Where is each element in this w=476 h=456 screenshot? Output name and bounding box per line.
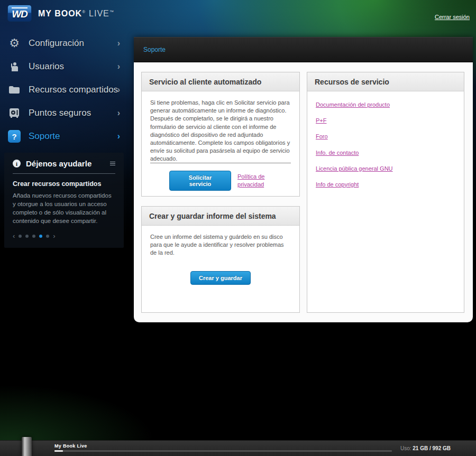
- list-item: Info de copyright: [316, 181, 455, 189]
- tab-soporte[interactable]: Soporte: [143, 46, 166, 53]
- list-item: Documentación del producto: [316, 101, 455, 109]
- help-panel: i Déjenos ayudarle Crear recursos compar…: [4, 153, 124, 248]
- carousel-dot[interactable]: [25, 235, 29, 238]
- privacy-policy-link[interactable]: Política de privacidad: [237, 173, 291, 189]
- user-icon: [7, 60, 21, 73]
- help-topic-body: Añada nuevos recursos compartidos y otor…: [13, 192, 115, 225]
- sidebar-item-puntos-seguros[interactable]: Puntos seguros ›: [0, 101, 134, 125]
- faq-link[interactable]: P+F: [316, 117, 326, 124]
- service-resources-panel: Recursos de servicio Documentación del p…: [307, 72, 464, 313]
- divider: [150, 163, 291, 163]
- chevron-right-icon: ›: [117, 108, 120, 118]
- main-content-card: Soporte Servicio al cliente automatizado…: [134, 37, 473, 322]
- sidebar-item-recursos-compartidos[interactable]: Recursos compartidos ›: [0, 78, 134, 101]
- help-icon: ?: [7, 129, 21, 143]
- sidebar-item-configuracion[interactable]: ⚙ Configuración ›: [0, 32, 134, 55]
- panel-title: Crear y guardar informe del sistema: [149, 212, 276, 220]
- usage-value: 21 GB / 992 GB: [413, 445, 451, 451]
- sidebar-nav: ⚙ Configuración › Usuarios › Recursos co…: [0, 32, 134, 148]
- create-and-save-button[interactable]: Crear y guardar: [190, 271, 251, 285]
- sidebar-item-soporte[interactable]: ? Soporte ›: [0, 125, 134, 148]
- sidebar-item-label: Puntos seguros: [29, 108, 91, 118]
- sidebar-item-label: Usuarios: [29, 61, 64, 72]
- auto-service-description: Si tiene problemas, haga clic en Solicit…: [150, 99, 291, 163]
- help-carousel: ‹ ›: [13, 232, 115, 239]
- device-name: My Book Live: [54, 443, 87, 449]
- usage-status: Uso: 21 GB / 992 GB: [400, 445, 451, 451]
- divider: [13, 173, 115, 174]
- gnu-license-link[interactable]: Licencia pública general GNU: [316, 165, 393, 172]
- registered-mark: ®: [82, 10, 86, 14]
- sidebar-item-label: Soporte: [29, 131, 60, 142]
- collapse-icon[interactable]: [110, 162, 115, 165]
- contact-info-link[interactable]: Info. de contacto: [316, 150, 359, 156]
- request-service-button[interactable]: Solicitar servicio: [169, 171, 231, 191]
- gear-icon: ⚙: [7, 36, 21, 50]
- drive-image: [22, 437, 32, 456]
- product-documentation-link[interactable]: Documentación del producto: [316, 101, 390, 108]
- carousel-dot[interactable]: [39, 235, 42, 238]
- panel-header: Crear y guardar informe del sistema: [142, 207, 299, 226]
- system-report-panel: Crear y guardar informe del sistema Cree…: [141, 206, 300, 313]
- panel-title: Servicio al cliente automatizado: [149, 78, 261, 86]
- product-name: MY BOOK: [38, 9, 82, 18]
- list-item: Licencia pública general GNU: [316, 165, 455, 173]
- carousel-dot[interactable]: [19, 235, 22, 238]
- list-item: P+F: [316, 117, 455, 125]
- copyright-info-link[interactable]: Info de copyright: [316, 181, 359, 188]
- top-bar: WD MY BOOK®LIVE™ Cerrar sesión: [0, 0, 476, 35]
- carousel-dot[interactable]: [32, 235, 35, 238]
- carousel-prev-icon[interactable]: ‹: [13, 232, 15, 239]
- chevron-right-icon: ›: [117, 39, 120, 48]
- list-item: Foro: [316, 133, 455, 141]
- forum-link[interactable]: Foro: [316, 133, 328, 139]
- capacity-bar-fill: [54, 450, 63, 452]
- panel-header: Recursos de servicio: [307, 72, 464, 91]
- safe-icon: [7, 106, 21, 120]
- auto-service-panel: Servicio al cliente automatizado Si tien…: [141, 72, 300, 197]
- folder-icon: [7, 83, 21, 97]
- sidebar-item-usuarios[interactable]: Usuarios ›: [0, 55, 134, 78]
- product-title: MY BOOK®LIVE™: [38, 9, 114, 18]
- usage-label: Uso:: [400, 445, 411, 451]
- help-topic-title: Crear recursos compartidos: [13, 180, 115, 188]
- system-report-description: Cree un informe del sistema y guárdelo e…: [150, 233, 291, 257]
- capacity-bar: [54, 450, 392, 452]
- product-line: LIVE: [89, 9, 109, 18]
- chevron-right-icon: ›: [117, 62, 120, 71]
- panel-title: Recursos de servicio: [315, 78, 389, 86]
- content-tab-bar: Soporte: [134, 37, 473, 62]
- sidebar-item-label: Recursos compartidos: [29, 85, 118, 95]
- chevron-right-icon: ›: [117, 85, 120, 95]
- sidebar-item-label: Configuración: [29, 38, 84, 49]
- info-icon: i: [13, 160, 21, 167]
- service-links-list: Documentación del producto P+F Foro Info…: [316, 99, 455, 197]
- chevron-right-icon: ›: [117, 132, 120, 141]
- panel-header: Servicio al cliente automatizado: [142, 72, 299, 91]
- carousel-dot[interactable]: [46, 235, 49, 238]
- list-item: Info. de contacto: [316, 149, 455, 157]
- trademark-mark: ™: [109, 10, 114, 14]
- logout-link[interactable]: Cerrar sesión: [435, 14, 470, 20]
- wd-logo: WD: [7, 5, 32, 22]
- carousel-next-icon[interactable]: ›: [53, 232, 55, 239]
- help-panel-title: Déjenos ayudarle: [26, 159, 110, 168]
